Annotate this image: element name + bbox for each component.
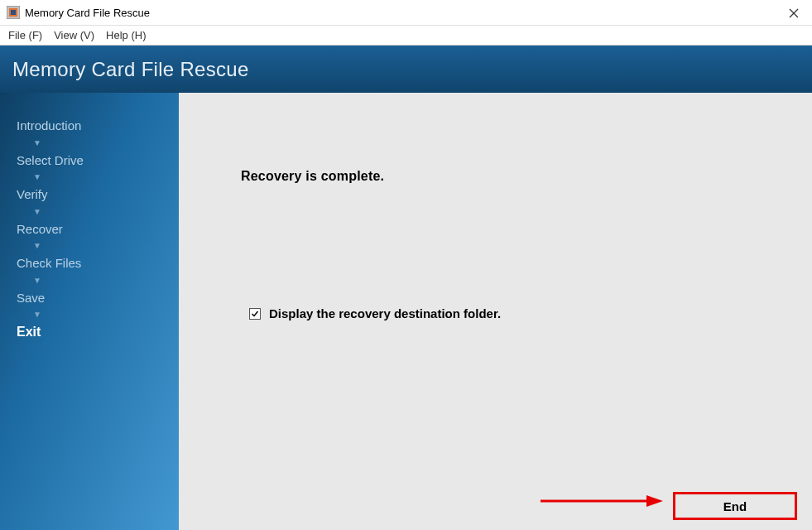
sidebar: Introduction ▼ Select Drive ▼ Verify ▼ R… — [0, 93, 179, 530]
content-area: Introduction ▼ Select Drive ▼ Verify ▼ R… — [0, 93, 812, 530]
window-close-button[interactable] — [775, 0, 812, 26]
display-folder-checkbox[interactable] — [249, 308, 261, 320]
sidebar-step-select-drive[interactable]: Select Drive — [0, 152, 179, 169]
chevron-down-icon: ▼ — [0, 242, 179, 250]
main-panel: Recovery is complete. Display the recove… — [179, 93, 812, 530]
chevron-down-icon: ▼ — [0, 173, 179, 181]
recovery-status-text: Recovery is complete. — [241, 169, 384, 184]
svg-rect-2 — [11, 10, 16, 15]
arrow-right-icon — [539, 493, 663, 509]
svg-marker-6 — [646, 495, 663, 507]
menu-view[interactable]: View (V) — [50, 27, 103, 43]
menu-help[interactable]: Help (H) — [103, 27, 154, 43]
sidebar-step-save[interactable]: Save — [0, 290, 179, 306]
checkmark-icon — [251, 310, 259, 318]
sidebar-step-recover[interactable]: Recover — [0, 221, 179, 238]
end-button[interactable]: End — [673, 492, 797, 520]
end-button-label: End — [723, 499, 747, 513]
header-title: Memory Card File Rescue — [12, 58, 249, 81]
display-folder-checkbox-row: Display the recovery destination folder. — [249, 306, 501, 320]
menu-bar: File (F) View (V) Help (H) — [0, 26, 812, 46]
chevron-down-icon: ▼ — [0, 139, 179, 147]
sidebar-step-verify[interactable]: Verify — [0, 186, 179, 203]
annotation-arrow — [539, 493, 663, 512]
sidebar-step-introduction[interactable]: Introduction — [0, 118, 179, 134]
app-icon — [7, 6, 20, 19]
chevron-down-icon: ▼ — [0, 311, 179, 319]
window-title: Memory Card File Rescue — [25, 7, 150, 19]
sidebar-step-check-files[interactable]: Check Files — [0, 255, 179, 272]
chevron-down-icon: ▼ — [0, 277, 179, 285]
sidebar-step-exit[interactable]: Exit — [0, 324, 179, 341]
display-folder-checkbox-label: Display the recovery destination folder. — [269, 306, 501, 320]
menu-file[interactable]: File (F) — [5, 27, 50, 43]
title-bar: Memory Card File Rescue — [0, 0, 812, 26]
close-icon — [789, 8, 799, 18]
chevron-down-icon: ▼ — [0, 208, 179, 216]
header-banner: Memory Card File Rescue — [0, 46, 812, 93]
